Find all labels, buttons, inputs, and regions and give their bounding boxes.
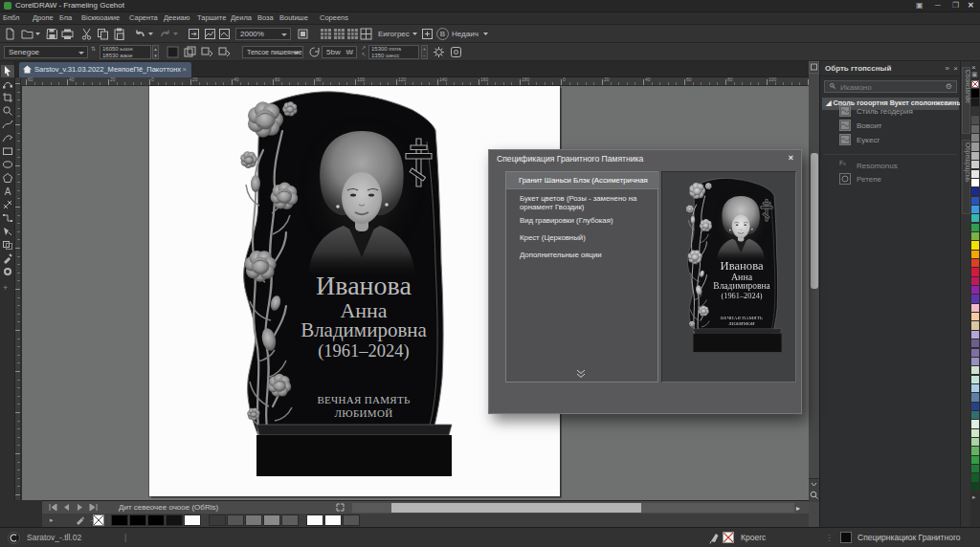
svg-text:Иванова: Иванова [316,271,412,300]
svg-text:ВЕЧНАЯ ПАМЯТЬ: ВЕЧНАЯ ПАМЯТЬ [317,394,410,405]
svg-text:(1961–2024): (1961–2024) [318,341,410,361]
svg-text:A: A [5,186,11,197]
svg-text:ЛЮБИМОЙ: ЛЮБИМОЙ [335,407,393,419]
svg-text:Владимировна: Владимировна [301,318,427,341]
